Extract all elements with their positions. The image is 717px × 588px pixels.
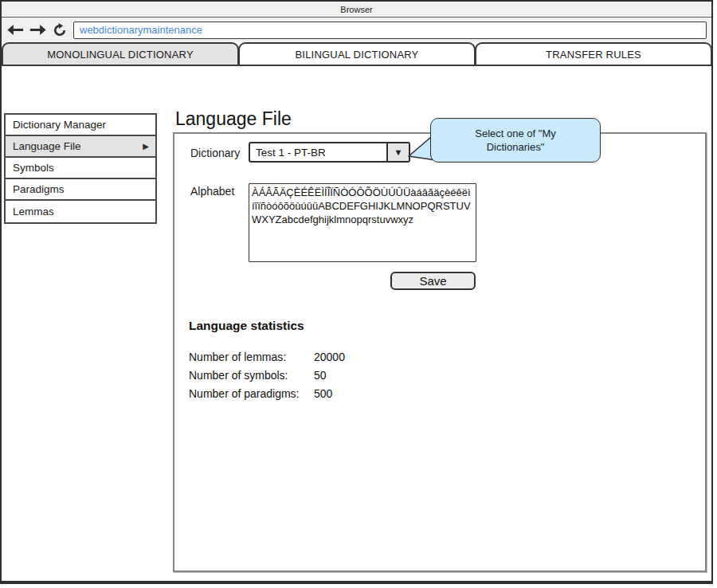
stat-row-paradigms: Number of paradigms: 500 [189,384,345,402]
dictionary-label: Dictionary [190,147,240,159]
stat-row-symbols: Number of symbols: 50 [189,366,345,384]
stat-row-lemmas: Number of lemmas: 20000 [189,347,345,366]
tab-transfer-rules[interactable]: TRANSFER RULES [475,42,712,65]
save-button-label: Save [419,274,446,288]
sidebar-item-label: Dictionary Manager [13,119,106,131]
browser-title: Browser [340,5,372,14]
stat-label: Number of symbols: [189,369,314,382]
tab-label: MONOLINGUAL DICTIONARY [47,49,194,61]
back-icon[interactable] [6,22,24,38]
url-input[interactable]: webdictionarymaintenance [73,22,707,39]
sidebar-item-label: Paradigms [13,183,65,195]
dictionary-selected-value: Test 1 - PT-BR [250,143,386,161]
alphabet-label: Alphabet [190,185,234,198]
forward-icon[interactable] [29,22,46,38]
tooltip-callout: Select one of "My Dictionaries" [430,118,601,163]
submenu-arrow-icon: ▶ [143,142,149,151]
sidebar-item-dictionary-manager[interactable]: Dictionary Manager [6,115,155,136]
sidebar-item-language-file[interactable]: Language File ▶ [6,136,155,158]
stat-value: 500 [314,387,332,400]
tab-monolingual-dictionary[interactable]: MONOLINGUAL DICTIONARY [2,42,239,65]
sidebar-item-symbols[interactable]: Symbols [6,158,155,179]
browser-titlebar: Browser [2,2,711,18]
tooltip-text-line1: Select one of "My [475,127,555,140]
language-file-panel: Dictionary Test 1 - PT-BR ▼ Alphabet ÀÁÂ… [173,132,707,572]
tab-label: TRANSFER RULES [546,49,641,61]
url-text: webdictionarymaintenance [80,24,202,36]
stat-label: Number of lemmas: [189,351,314,363]
screenshot-stage: Browser webd [0,0,717,588]
page-content: Dictionary Manager Language File ▶ Symbo… [2,69,711,581]
sidebar-item-label: Language File [13,140,81,152]
dictionary-select[interactable]: Test 1 - PT-BR ▼ [249,142,410,163]
tab-label: BILINGUAL DICTIONARY [296,49,419,61]
tab-bilingual-dictionary[interactable]: BILINGUAL DICTIONARY [238,42,476,65]
save-button[interactable]: Save [390,272,476,290]
language-statistics-list: Number of lemmas: 20000 Number of symbol… [189,347,345,402]
browser-navbar: webdictionarymaintenance [2,18,711,42]
stat-label: Number of paradigms: [189,387,314,400]
page-title: Language File [175,108,292,129]
sidebar-item-paradigms[interactable]: Paradigms [6,179,155,201]
tooltip-text-line2: Dictionaries" [487,140,545,154]
browser-window: Browser webd [0,0,713,584]
stat-value: 50 [314,369,327,382]
language-statistics-heading: Language statistics [189,319,304,333]
tab-bar: MONOLINGUAL DICTIONARY BILINGUAL DICTION… [2,42,711,66]
alphabet-textarea[interactable]: ÀÁÂÃÄÇÈÉÊËÌÍÎÏÑÒÓÔÕÖÙÚÛÜàáâãäçèéêëìíîïñò… [249,183,476,262]
sidebar-item-label: Symbols [13,162,54,174]
refresh-icon[interactable] [51,22,69,38]
sidebar-item-lemmas[interactable]: Lemmas [6,201,155,222]
stat-value: 20000 [314,351,345,363]
sidebar-item-label: Lemmas [13,206,54,218]
sidebar-menu: Dictionary Manager Language File ▶ Symbo… [4,113,157,224]
